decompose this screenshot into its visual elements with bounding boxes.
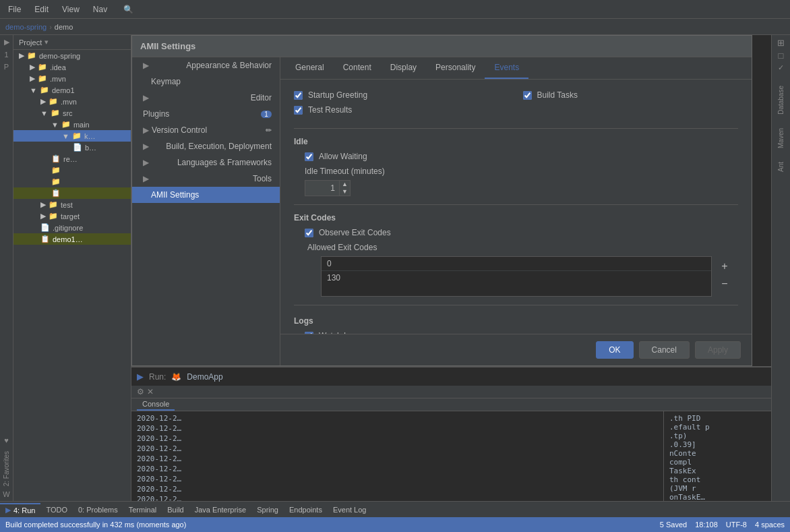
status-line-col: 18:108 (695, 521, 718, 529)
tree-item-k[interactable]: ▼ 📁 k… (13, 130, 131, 142)
left-strip-btn-3[interactable]: P (4, 63, 9, 71)
tab-content[interactable]: Content (334, 57, 381, 79)
folder-icon-3: 📁 (40, 86, 49, 94)
exit-code-130[interactable]: 130 (322, 271, 711, 285)
favorites-label: 2: Favorites (3, 451, 10, 486)
nav-tools[interactable]: ▶ Tools (132, 171, 280, 187)
exit-code-0[interactable]: 0 (322, 257, 711, 271)
bottom-tab-terminal[interactable]: Terminal (123, 504, 162, 515)
project-dropdown-icon[interactable]: ▾ (44, 38, 49, 47)
file-icon-9: 📋 (51, 154, 61, 163)
tree-item-main[interactable]: ▼ 📁 main (13, 119, 131, 130)
tree-item-gitignore[interactable]: 📄 .gitignore (13, 222, 131, 233)
tree-item-demo1-xml[interactable]: 📋 demo1… (13, 233, 131, 245)
run-app-icon: 🦊 (171, 372, 181, 382)
search-icon[interactable]: 🔍 (121, 3, 136, 16)
test-results-checkbox[interactable] (294, 106, 303, 115)
status-bar: Build completed successfully in 432 ms (… (0, 517, 790, 532)
bottom-tab-run[interactable]: ▶ 4: Run (0, 503, 40, 516)
tree-label-14: target (61, 212, 80, 220)
tree-item-demo-spring[interactable]: ▶ 📁 demo-spring (13, 50, 131, 61)
run-label: Run: (149, 372, 166, 382)
tree-label-8: b… (85, 144, 96, 152)
left-strip-btn-4[interactable]: ♥ (4, 436, 9, 444)
maven-label[interactable]: Maven (777, 128, 785, 148)
right-strip-btn-1[interactable]: ⊞ (777, 38, 785, 48)
bottom-panel: ▶ Run: 🦊 DemoApp ⚙ ✕ Console 202 (131, 366, 771, 501)
idle-timeout-input[interactable]: 1 (305, 182, 339, 194)
bottom-tab-build[interactable]: Build (162, 504, 189, 515)
breadcrumb-root[interactable]: demo-spring (5, 23, 47, 31)
startup-greeting-checkbox[interactable] (294, 91, 303, 100)
left-strip-btn-2[interactable]: 1 (4, 51, 8, 59)
database-label[interactable]: Database (777, 86, 785, 115)
breadcrumb-child[interactable]: demo (55, 23, 73, 31)
allow-waiting-label: Allow Waiting (319, 152, 367, 161)
allow-waiting-checkbox[interactable] (305, 152, 313, 161)
console-tab[interactable]: Console (137, 398, 175, 411)
apply-button[interactable]: Apply (695, 341, 741, 359)
observe-exit-codes-checkbox[interactable] (305, 229, 313, 237)
menu-edit[interactable]: Edit (32, 3, 51, 16)
bottom-tab-problems[interactable]: 0: Problems (73, 504, 123, 515)
project-tree-label: Project (19, 38, 42, 47)
nav-languages[interactable]: ▶ Languages & Frameworks (132, 154, 280, 171)
nav-amii-settings[interactable]: AMII Settings (132, 187, 280, 203)
tree-arrow-13: ▶ (40, 200, 46, 209)
left-strip-btn-1[interactable]: ▶ (4, 38, 9, 47)
nav-editor[interactable]: ▶ Editor (132, 90, 280, 106)
tree-item-highlighted[interactable]: 📋 (13, 187, 131, 199)
tree-item-src[interactable]: ▼ 📁 src (13, 107, 131, 119)
exit-code-list: 0 130 (321, 256, 712, 297)
tab-personality[interactable]: Personality (426, 57, 485, 79)
run-tab-icon: ▶ (5, 506, 11, 514)
cancel-button[interactable]: Cancel (639, 341, 690, 359)
nav-appearance[interactable]: ▶ Appearance & Behavior (132, 57, 280, 73)
nav-version-control[interactable]: ▶ Version Control ✏ (132, 122, 280, 138)
tree-item-folder2[interactable]: 📁 (13, 176, 131, 187)
tab-display[interactable]: Display (381, 57, 426, 79)
right-strip-btn-2[interactable]: □ (779, 51, 784, 61)
bottom-tab-spring[interactable]: Spring (251, 504, 284, 515)
bottom-tab-todo[interactable]: TODO (40, 504, 73, 515)
bottom-tab-endpoints[interactable]: Endpoints (284, 504, 328, 515)
settings-dialog-title: AMII Settings (132, 36, 752, 57)
tree-item-idea[interactable]: ▶ 📁 .idea (13, 61, 131, 73)
tree-item-test[interactable]: ▶ 📁 test (13, 199, 131, 210)
close-icon[interactable]: ✕ (147, 387, 154, 396)
add-exit-code-btn[interactable]: + (717, 259, 732, 274)
remove-exit-code-btn[interactable]: − (717, 276, 732, 291)
tree-label-7: k… (84, 132, 96, 140)
tree-item-demo1-mvn[interactable]: ▶ 📁 .mvn (13, 96, 131, 107)
spinbox-up[interactable]: ▲ (340, 181, 350, 188)
project-tree: Project ▾ ▶ 📁 demo-spring ▶ 📁 .idea ▶ 📁 (13, 35, 131, 501)
console-right-area: .th PID .efault p .tp) .0.39] nConte com… (663, 411, 771, 501)
tree-label-15: .gitignore (53, 224, 83, 232)
gear-icon[interactable]: ⚙ (137, 387, 144, 396)
bottom-tab-event-log[interactable]: Event Log (328, 504, 372, 515)
tree-item-re[interactable]: 📋 re… (13, 153, 131, 165)
build-tasks-checkbox[interactable] (523, 91, 532, 100)
nav-plugins[interactable]: Plugins 1 (132, 106, 280, 122)
file-icon-12: 📋 (51, 189, 61, 198)
tree-item-mvn[interactable]: ▶ 📁 .mvn (13, 73, 131, 84)
tree-label-6: main (73, 121, 90, 129)
tree-item-folder1[interactable]: 📁 (13, 165, 131, 176)
menu-view[interactable]: View (59, 3, 82, 16)
tab-general[interactable]: General (286, 57, 334, 79)
run-bar: ▶ Run: 🦊 DemoApp (131, 367, 771, 386)
menu-nav[interactable]: Nav (90, 3, 110, 16)
right-strip-btn-3[interactable]: ✓ (778, 63, 784, 72)
nav-keymap[interactable]: Keymap (132, 73, 280, 90)
tree-item-demo1[interactable]: ▼ 📁 demo1 (13, 84, 131, 96)
menu-file[interactable]: File (5, 3, 24, 16)
bottom-tab-java-enterprise[interactable]: Java Enterprise (189, 504, 251, 515)
spinbox-down[interactable]: ▼ (340, 188, 350, 196)
ant-label[interactable]: Ant (777, 162, 785, 172)
nav-build[interactable]: ▶ Build, Execution, Deployment (132, 138, 280, 154)
left-strip-btn-5[interactable]: W (3, 490, 9, 498)
tree-item-target[interactable]: ▶ 📁 target (13, 210, 131, 222)
tab-events[interactable]: Events (485, 57, 528, 79)
ok-button[interactable]: OK (596, 341, 633, 359)
tree-item-b[interactable]: 📄 b… (13, 142, 131, 153)
